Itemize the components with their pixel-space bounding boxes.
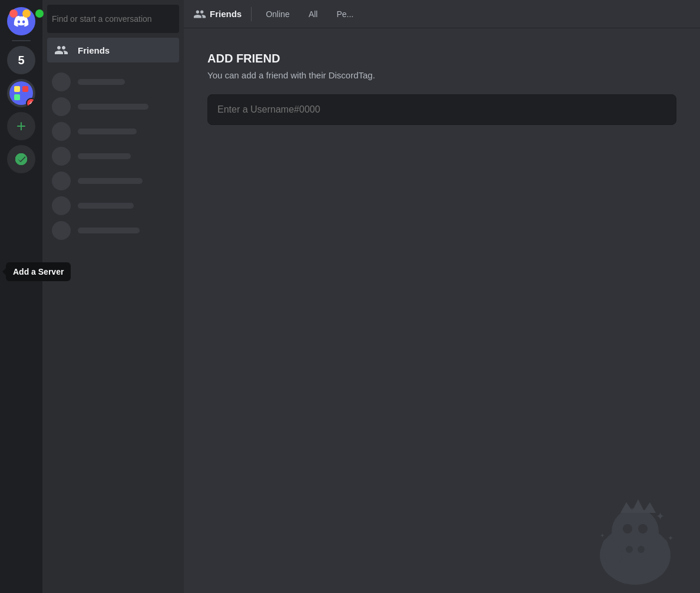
search-input[interactable] <box>52 14 174 24</box>
svg-marker-9 <box>620 499 656 513</box>
svg-point-7 <box>623 524 632 533</box>
svg-text:✦: ✦ <box>600 532 605 539</box>
close-button[interactable] <box>9 9 18 18</box>
username-placeholder <box>78 228 140 233</box>
list-item[interactable] <box>47 70 179 94</box>
username-placeholder <box>78 178 143 184</box>
svg-text:✦: ✦ <box>668 534 673 542</box>
avatar <box>52 196 71 215</box>
list-item[interactable] <box>47 94 179 119</box>
maximize-button[interactable] <box>35 9 44 18</box>
discover-button[interactable] <box>7 145 35 173</box>
nav-friends-label: Friends <box>210 9 242 19</box>
server-icon-notification[interactable]: 5 <box>7 46 35 74</box>
add-friend-content: ADD FRIEND You can add a friend with the… <box>184 28 700 593</box>
nav-friends-section: Friends <box>193 8 242 21</box>
top-nav: Friends Online All Pe... <box>184 0 700 28</box>
friends-nav-icon <box>193 8 206 21</box>
friends-icon <box>52 41 71 60</box>
add-icon: + <box>16 118 26 134</box>
list-item[interactable] <box>47 193 179 218</box>
svg-point-16 <box>638 546 645 553</box>
username-placeholder <box>78 104 148 110</box>
main-content: Friends Online All Pe... ADD FRIEND You … <box>184 0 700 593</box>
server-divider <box>12 40 31 41</box>
friends-nav-item[interactable]: Friends <box>47 38 179 62</box>
username-placeholder <box>78 79 125 85</box>
tab-all[interactable]: All <box>304 7 323 21</box>
wumpus-illustration: ✦ ✦ ✦ <box>570 461 700 593</box>
traffic-lights <box>9 9 44 18</box>
svg-rect-1 <box>14 86 20 92</box>
tab-online[interactable]: Online <box>261 7 294 21</box>
add-friend-subtitle: You can add a friend with their DiscordT… <box>207 70 676 80</box>
username-placeholder <box>78 203 134 209</box>
tab-pending[interactable]: Pe... <box>332 7 358 21</box>
server-icon-custom[interactable]: + <box>7 79 35 107</box>
friends-label: Friends <box>78 45 110 55</box>
add-friend-input-container <box>207 94 676 125</box>
avatar <box>52 97 71 116</box>
dm-list <box>42 65 184 593</box>
dm-sidebar: Friends <box>42 0 184 593</box>
list-item[interactable] <box>47 144 179 169</box>
add-server-button[interactable]: + <box>7 112 35 140</box>
svg-rect-3 <box>14 94 20 100</box>
list-item[interactable] <box>47 218 179 243</box>
server-sidebar: 5 + + <box>0 0 42 593</box>
svg-point-8 <box>638 524 648 533</box>
avatar <box>52 172 71 190</box>
server-badge: + <box>26 98 35 107</box>
add-friend-input[interactable] <box>217 104 666 115</box>
nav-divider <box>251 7 252 21</box>
username-placeholder <box>78 153 131 159</box>
svg-rect-2 <box>22 86 28 92</box>
search-bar[interactable] <box>47 5 179 33</box>
add-friend-title: ADD FRIEND <box>207 52 676 65</box>
avatar <box>52 73 71 91</box>
svg-point-15 <box>626 546 633 553</box>
minimize-button[interactable] <box>22 9 31 18</box>
list-item[interactable] <box>47 119 179 144</box>
avatar <box>52 122 71 141</box>
username-placeholder <box>78 129 137 134</box>
svg-text:✦: ✦ <box>656 510 665 522</box>
avatar <box>52 221 71 240</box>
avatar <box>52 147 71 166</box>
list-item[interactable] <box>47 169 179 193</box>
notification-count: 5 <box>18 54 24 67</box>
